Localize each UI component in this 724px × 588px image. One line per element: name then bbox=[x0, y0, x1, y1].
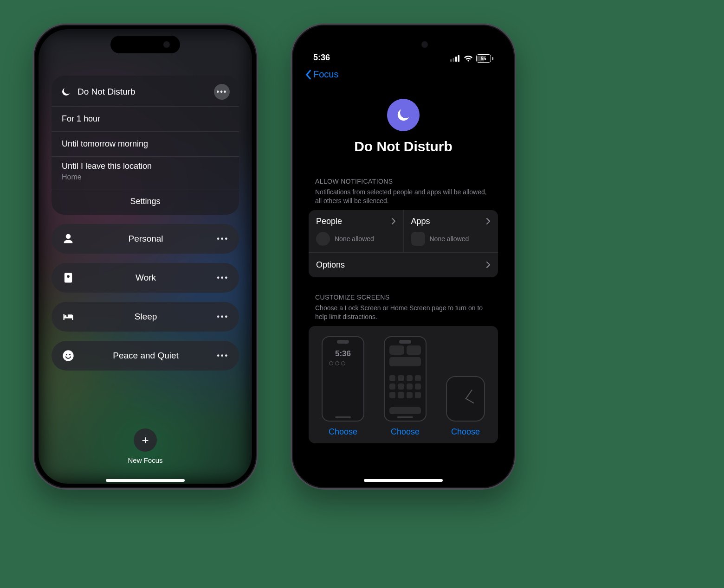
new-focus-label: New Focus bbox=[39, 456, 252, 464]
chevron-right-icon bbox=[486, 261, 491, 268]
wifi-icon bbox=[464, 55, 473, 62]
lock-screen-preview: 5:36 bbox=[322, 336, 364, 422]
battery-icon: 55 bbox=[476, 54, 494, 63]
apps-cell[interactable]: Apps None allowed bbox=[404, 210, 498, 252]
focus-mode-peace-quiet[interactable]: Peace and Quiet ••• bbox=[52, 341, 239, 371]
allow-notifications-section: ALLOW NOTIFICATIONS Notifications from s… bbox=[309, 178, 498, 277]
cellular-icon bbox=[450, 55, 460, 62]
focus-mode-sleep[interactable]: Sleep ••• bbox=[52, 302, 239, 332]
svg-point-1 bbox=[66, 354, 67, 355]
home-screen-option[interactable]: Choose bbox=[384, 336, 427, 437]
dnd-location-sub: Home bbox=[62, 173, 229, 181]
svg-point-0 bbox=[63, 350, 73, 361]
dnd-title: Do Not Disturb bbox=[78, 87, 207, 97]
dnd-settings-button[interactable]: Settings bbox=[52, 190, 239, 215]
badge-icon bbox=[62, 271, 75, 284]
volume-down-button bbox=[32, 196, 34, 233]
apps-none: None allowed bbox=[430, 235, 469, 243]
choose-button[interactable]: Choose bbox=[391, 427, 420, 437]
people-none: None allowed bbox=[335, 235, 374, 243]
bed-icon bbox=[62, 310, 75, 323]
focus-label: Personal bbox=[83, 234, 208, 244]
choose-button[interactable]: Choose bbox=[451, 427, 480, 437]
page-hero: Do Not Disturb bbox=[297, 99, 510, 154]
dynamic-island bbox=[368, 36, 438, 53]
focus-label: Sleep bbox=[83, 312, 208, 322]
chevron-right-icon bbox=[391, 217, 396, 225]
moon-icon bbox=[387, 99, 420, 131]
volume-down-button bbox=[291, 196, 292, 233]
ellipsis-icon[interactable]: ••• bbox=[217, 274, 229, 282]
focus-label: Peace and Quiet bbox=[83, 351, 208, 361]
back-button[interactable]: Focus bbox=[305, 69, 338, 80]
section-desc: Choose a Lock Screen or Home Screen page… bbox=[309, 303, 498, 326]
smile-icon bbox=[62, 349, 75, 362]
moon-icon bbox=[61, 87, 71, 97]
options-label: Options bbox=[316, 260, 345, 270]
home-indicator[interactable] bbox=[106, 479, 185, 482]
apps-label: Apps bbox=[411, 217, 430, 226]
dnd-option-leave-location[interactable]: Until I leave this location Home bbox=[52, 156, 239, 190]
app-placeholder bbox=[411, 232, 425, 246]
dnd-option-tomorrow-morning[interactable]: Until tomorrow morning bbox=[52, 131, 239, 156]
people-cell[interactable]: People None allowed bbox=[309, 210, 404, 252]
home-indicator[interactable] bbox=[364, 479, 443, 482]
section-header: CUSTOMIZE SCREENS bbox=[309, 294, 498, 303]
ellipsis-icon[interactable]: ••• bbox=[217, 313, 229, 321]
dnd-location-label: Until I leave this location bbox=[62, 161, 152, 171]
svg-rect-5 bbox=[455, 57, 457, 62]
chevron-right-icon bbox=[486, 217, 491, 225]
ellipsis-icon[interactable]: ••• bbox=[217, 352, 229, 360]
people-label: People bbox=[316, 217, 342, 226]
power-button bbox=[257, 164, 258, 219]
allow-card: People None allowed Apps bbox=[309, 210, 498, 277]
phone-settings-dnd: 5:36 55 bbox=[291, 23, 516, 490]
focus-label: Work bbox=[83, 273, 208, 283]
focus-mode-work[interactable]: Work ••• bbox=[52, 263, 239, 293]
status-time: 5:36 bbox=[313, 53, 330, 63]
person-icon bbox=[62, 232, 75, 245]
back-label: Focus bbox=[313, 69, 338, 80]
new-focus-button[interactable]: + New Focus bbox=[39, 428, 252, 464]
power-button bbox=[515, 164, 516, 219]
watch-face-option[interactable]: Choose bbox=[446, 336, 485, 437]
plus-icon: + bbox=[134, 428, 157, 452]
choose-button[interactable]: Choose bbox=[329, 427, 357, 437]
svg-rect-4 bbox=[452, 58, 454, 62]
silent-switch bbox=[32, 117, 34, 138]
ellipsis-icon[interactable]: ••• bbox=[214, 84, 230, 100]
options-row[interactable]: Options bbox=[309, 252, 498, 277]
silent-switch bbox=[291, 117, 292, 138]
dynamic-island bbox=[110, 36, 180, 53]
avatar-placeholder bbox=[316, 232, 330, 246]
phone-control-center: Do Not Disturb ••• For 1 hour Until tomo… bbox=[32, 23, 258, 490]
dnd-header-row[interactable]: Do Not Disturb ••• bbox=[52, 76, 239, 106]
screens-card: 5:36 Choose bbox=[309, 326, 498, 443]
do-not-disturb-card: Do Not Disturb ••• For 1 hour Until tomo… bbox=[52, 76, 239, 215]
dnd-option-1-hour[interactable]: For 1 hour bbox=[52, 106, 239, 131]
watch-preview bbox=[446, 376, 485, 422]
lock-screen-option[interactable]: 5:36 Choose bbox=[322, 336, 364, 437]
focus-mode-personal[interactable]: Personal ••• bbox=[52, 224, 239, 254]
section-header: ALLOW NOTIFICATIONS bbox=[309, 178, 498, 187]
page-title: Do Not Disturb bbox=[297, 139, 510, 154]
ellipsis-icon[interactable]: ••• bbox=[217, 235, 229, 243]
section-desc: Notifications from selected people and a… bbox=[309, 187, 498, 210]
svg-rect-6 bbox=[458, 55, 459, 62]
svg-point-2 bbox=[69, 354, 71, 355]
home-screen-preview bbox=[384, 336, 427, 422]
lock-preview-time: 5:36 bbox=[323, 349, 363, 358]
svg-rect-3 bbox=[450, 59, 452, 62]
volume-up-button bbox=[32, 150, 34, 187]
customize-screens-section: CUSTOMIZE SCREENS Choose a Lock Screen o… bbox=[309, 294, 498, 443]
volume-up-button bbox=[291, 150, 292, 187]
